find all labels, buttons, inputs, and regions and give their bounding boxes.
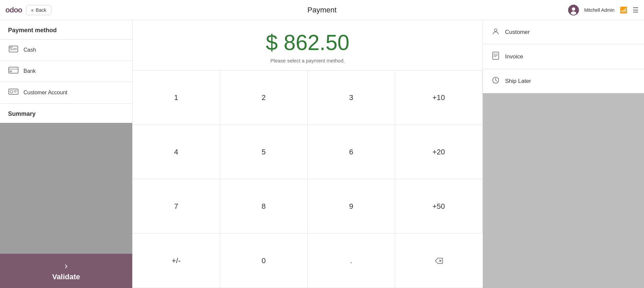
left-sidebar: Payment method Cash Bank: [0, 20, 133, 288]
back-arrow-icon: «: [31, 7, 34, 13]
bank-label: Bank: [23, 68, 36, 74]
topbar-right: Mitchell Admin 📶 ☰: [568, 5, 639, 15]
numpad-2[interactable]: 2: [220, 70, 308, 125]
numpad-0[interactable]: 0: [220, 234, 308, 288]
center-area: $ 862.50 Please select a payment method.…: [133, 20, 483, 288]
svg-rect-7: [9, 67, 18, 73]
odoo-logo: odoo: [5, 6, 22, 14]
right-gray-area: [483, 93, 644, 288]
amount-value: $ 862.50: [266, 30, 349, 55]
sidebar-gray-area: [0, 123, 132, 254]
menu-icon[interactable]: ☰: [633, 6, 639, 14]
topbar-left: odoo « Back: [5, 5, 51, 15]
cash-icon: [8, 46, 19, 54]
cash-label: Cash: [23, 47, 36, 53]
customer-option-label: Customer: [505, 29, 530, 36]
numpad-8[interactable]: 8: [220, 179, 308, 234]
validate-arrow-icon: ›: [64, 260, 67, 271]
numpad-9[interactable]: 9: [308, 179, 395, 234]
numpad-3[interactable]: 3: [308, 70, 395, 125]
numpad-7[interactable]: 7: [133, 179, 220, 234]
payment-method-customer-account[interactable]: Customer Account: [0, 82, 132, 104]
back-label: Back: [36, 7, 46, 13]
customer-account-label: Customer Account: [23, 90, 67, 96]
right-option-customer[interactable]: Customer: [483, 20, 644, 44]
svg-rect-4: [10, 47, 12, 48]
username-label: Mitchell Admin: [584, 7, 614, 13]
amount-hint: Please select a payment method.: [270, 58, 345, 63]
numpad: 1 2 3 +10 4 5 6 +20 7 8 9 +50 +/- 0 .: [133, 70, 483, 288]
svg-rect-8: [9, 68, 18, 70]
payment-method-title: Payment method: [0, 20, 132, 40]
payment-method-cash[interactable]: Cash: [0, 40, 132, 61]
avatar: [568, 5, 579, 15]
svg-rect-9: [10, 71, 12, 72]
customer-account-icon: [8, 88, 19, 97]
numpad-1[interactable]: 1: [133, 70, 220, 125]
amount-display: $ 862.50 Please select a payment method.: [133, 20, 483, 70]
page-title: Payment: [307, 6, 337, 14]
numpad-dot[interactable]: .: [308, 234, 395, 288]
wifi-icon: 📶: [620, 6, 627, 14]
numpad-plusminus[interactable]: +/-: [133, 234, 220, 288]
back-button[interactable]: « Back: [26, 5, 51, 15]
invoice-option-label: Invoice: [505, 53, 523, 60]
svg-point-1: [572, 7, 575, 11]
main-layout: Payment method Cash Bank: [0, 20, 644, 288]
numpad-plus50[interactable]: +50: [395, 179, 483, 234]
validate-label: Validate: [52, 273, 80, 281]
validate-button[interactable]: › Validate: [0, 254, 132, 288]
right-sidebar: Customer Invoice Ship Later: [483, 20, 644, 288]
customer-icon: [491, 28, 500, 37]
numpad-backspace[interactable]: [395, 234, 483, 288]
svg-line-23: [496, 80, 497, 81]
payment-method-bank[interactable]: Bank: [0, 61, 132, 82]
topbar: odoo « Back Payment Mitchell Admin 📶 ☰: [0, 0, 644, 20]
svg-point-2: [571, 11, 576, 15]
numpad-5[interactable]: 5: [220, 125, 308, 179]
numpad-plus20[interactable]: +20: [395, 125, 483, 179]
ship-later-option-label: Ship Later: [505, 78, 531, 85]
svg-rect-17: [493, 52, 499, 59]
svg-point-16: [494, 29, 497, 32]
right-option-ship-later[interactable]: Ship Later: [483, 69, 644, 93]
bank-icon: [8, 67, 19, 76]
svg-point-11: [10, 90, 13, 93]
summary-title: Summary: [0, 104, 132, 123]
invoice-icon: [491, 52, 500, 61]
numpad-6[interactable]: 6: [308, 125, 395, 179]
numpad-plus10[interactable]: +10: [395, 70, 483, 125]
numpad-4[interactable]: 4: [133, 125, 220, 179]
ship-later-icon: [491, 77, 500, 86]
right-option-invoice[interactable]: Invoice: [483, 44, 644, 69]
